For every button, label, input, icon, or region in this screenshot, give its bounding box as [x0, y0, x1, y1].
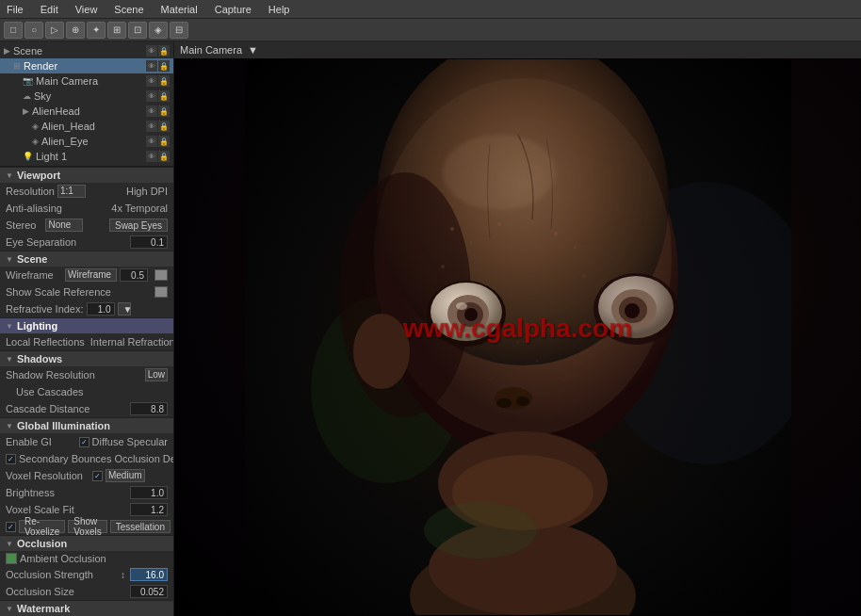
tree-icon-light1: 💡 [23, 152, 33, 161]
tree-icon-render: ⊞ [13, 61, 21, 71]
occ-size-label: Occlusion Size [6, 586, 74, 597]
swap-eyes-btn[interactable]: Swap Eyes [109, 219, 168, 232]
tree-item-light1[interactable]: 💡 Light 1 👁 🔒 [0, 149, 173, 164]
stereo-select[interactable]: None [45, 219, 83, 232]
toolbar-btn-4[interactable]: ⊕ [66, 22, 85, 39]
revoxelize-btn[interactable]: Re-Voxelize [19, 520, 65, 533]
voxel-res-select[interactable]: Medium [106, 469, 145, 482]
toolbar-btn-6[interactable]: ⊞ [107, 22, 126, 39]
menu-capture[interactable]: Capture [212, 4, 254, 15]
scale-color[interactable] [154, 286, 168, 298]
tree-item-alien-eye[interactable]: ◈ Alien_Eye 👁 🔒 [0, 134, 173, 149]
show-voxels-btn[interactable]: Show Voxels [68, 520, 106, 533]
svg-point-27 [424, 502, 537, 559]
brightness-input[interactable] [130, 486, 168, 499]
row-cascade-dist: Cascade Distance [0, 400, 173, 417]
toolbar-btn-5[interactable]: ✦ [87, 22, 106, 39]
use-cascades-label: Use Cascades [16, 386, 84, 397]
section-shadows[interactable]: Shadows [0, 350, 173, 366]
ambient-occ-swatch [6, 553, 17, 564]
menu-help[interactable]: Help [266, 4, 293, 15]
tree-item-alienhead[interactable]: ▶ AlienHead 👁 🔒 [0, 104, 173, 119]
tree-ctrl-lock-render[interactable]: 🔒 [158, 60, 170, 72]
section-gi[interactable]: Global Illumination [0, 417, 173, 433]
left-panel: ▶ Scene 👁 🔒 ⊞ Render 👁 🔒 📷 Main C [0, 41, 174, 616]
eye-sep-label: Eye Separation [6, 236, 76, 248]
svg-point-14 [464, 308, 478, 321]
secondary-bounces-cb[interactable] [6, 454, 16, 464]
toolbar-btn-3[interactable]: ▷ [45, 22, 64, 39]
section-viewport[interactable]: Viewport [0, 167, 173, 183]
section-lighting[interactable]: Lighting [0, 317, 173, 333]
tree-ctrl-lock-light1[interactable]: 🔒 [158, 151, 170, 162]
shadow-res-select[interactable]: Low [145, 368, 168, 381]
shadow-res-label: Shadow Resolution [6, 369, 95, 381]
section-occlusion[interactable]: Occlusion [0, 535, 173, 551]
cascade-dist-input[interactable] [130, 402, 168, 415]
tree-ctrl-eye-alienhead[interactable]: 👁 [146, 105, 157, 117]
tree-item-sky[interactable]: ☁ Sky 👁 🔒 [0, 89, 173, 104]
svg-point-31 [526, 219, 528, 221]
tree-item-scene[interactable]: ▶ Scene 👁 🔒 [0, 43, 173, 58]
wireframe-color[interactable] [154, 269, 168, 281]
toolbar-btn-9[interactable]: ⊟ [170, 22, 188, 39]
specular-label: Specular [127, 436, 168, 447]
toolbar-btn-1[interactable]: □ [4, 22, 23, 39]
row-voxel-res: Voxel Resolution Medium [0, 467, 173, 484]
wireframe-num-input[interactable] [120, 268, 148, 282]
tree-ctrl-eye-render[interactable]: 👁 [146, 60, 157, 72]
tree-ctrl-eye-light1[interactable]: 👁 [146, 151, 157, 162]
tree-ctrl-lock-camera[interactable]: 🔒 [158, 75, 170, 87]
tessellation-btn[interactable]: Tessellation [110, 520, 171, 533]
viewport-arrow[interactable]: ▼ [248, 44, 258, 56]
props-panel: Viewport Resolution 1:1 High DPI Anti-al… [0, 167, 173, 616]
menu-file[interactable]: File [4, 4, 26, 15]
svg-point-33 [573, 247, 576, 250]
tree-ctrl-lock-alien-eye[interactable]: 🔒 [158, 136, 170, 147]
tree-ctrl-eye[interactable]: 👁 [146, 45, 157, 57]
menu-bar: File Edit View Scene Material Capture He… [0, 0, 861, 19]
occ-strength-label: Occlusion Strength [6, 569, 93, 580]
toolbar: □ ○ ▷ ⊕ ✦ ⊞ ⊡ ◈ ⊟ [0, 19, 861, 41]
menu-edit[interactable]: Edit [38, 4, 61, 15]
tree-ctrl-eye-alien-eye[interactable]: 👁 [146, 136, 157, 147]
tree-label-alien-eye: Alien_Eye [41, 136, 89, 147]
refractive-arrow[interactable]: ▼ [118, 302, 131, 316]
svg-point-26 [353, 314, 410, 389]
menu-view[interactable]: View [73, 4, 101, 15]
tree-item-alien-head[interactable]: ◈ Alien_Head 👁 🔒 [0, 119, 173, 134]
refractive-input[interactable] [87, 302, 115, 316]
resolution-select[interactable]: 1:1 [57, 185, 86, 198]
voxel-res-cb[interactable] [92, 471, 103, 481]
tree-ctrl-eye-sky[interactable]: 👁 [146, 90, 157, 102]
toolbar-btn-2[interactable]: ○ [24, 22, 43, 39]
tree-item-camera[interactable]: 📷 Main Camera 👁 🔒 [0, 73, 173, 89]
row-show-scale: Show Scale Reference [0, 284, 173, 300]
tree-ctrl-lock-alienhead[interactable]: 🔒 [158, 105, 170, 117]
ambient-occ-label: Ambient Occlusion [20, 553, 106, 564]
tree-ctrl-lock-sky[interactable]: 🔒 [158, 90, 170, 102]
eye-sep-input[interactable] [130, 235, 168, 249]
section-watermark[interactable]: Watermark [0, 600, 173, 616]
wireframe-select[interactable]: Wireframe [65, 268, 117, 282]
occ-strength-input[interactable] [130, 568, 168, 581]
resolution-label: Resolution [6, 186, 55, 197]
tree-ctrl-lock-alien-head[interactable]: 🔒 [158, 121, 170, 132]
revoxelize-cb[interactable] [6, 522, 16, 532]
voxel-scale-input[interactable] [130, 503, 168, 516]
occlusion-detail-label: Occlusion Detail [114, 453, 173, 464]
tree-ctrl-lock[interactable]: 🔒 [158, 45, 170, 57]
tree-ctrl-eye-camera[interactable]: 👁 [146, 75, 157, 87]
row-enable-gi: Enable GI Diffuse Specular [0, 433, 173, 450]
menu-material[interactable]: Material [158, 4, 201, 15]
section-scene[interactable]: Scene [0, 251, 173, 267]
diffuse-checkbox[interactable] [79, 437, 89, 447]
tree-ctrl-eye-alien-head[interactable]: 👁 [146, 121, 157, 132]
menu-scene[interactable]: Scene [111, 4, 146, 15]
svg-point-34 [441, 265, 445, 268]
occ-size-input[interactable] [130, 585, 168, 598]
toolbar-btn-8[interactable]: ◈ [149, 22, 168, 39]
tree-item-render[interactable]: ⊞ Render 👁 🔒 [0, 58, 173, 73]
svg-point-23 [516, 397, 529, 406]
toolbar-btn-7[interactable]: ⊡ [128, 22, 147, 39]
